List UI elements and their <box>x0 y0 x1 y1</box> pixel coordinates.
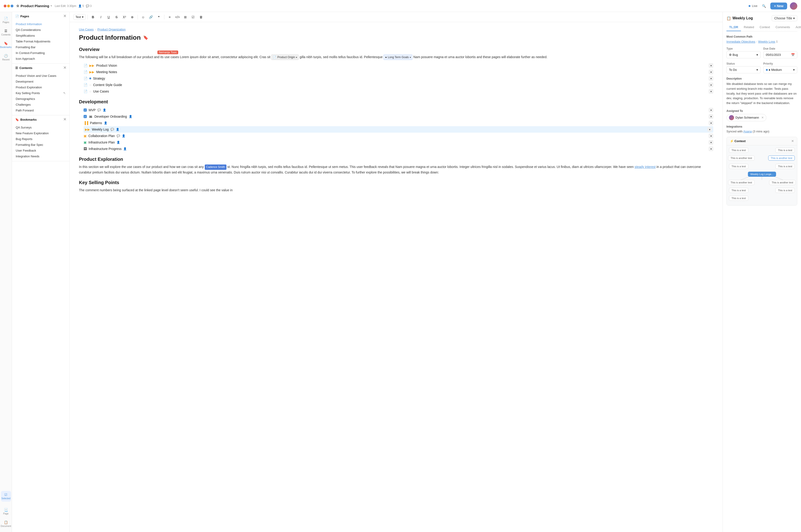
tab-activity[interactable]: Activity <box>793 23 801 31</box>
text-style-dropdown[interactable]: Text ▾ <box>73 14 86 20</box>
logo-dot-blue <box>11 5 13 7</box>
pages-panel-icon: 📄 <box>15 15 19 18</box>
ctx-node-weekly-log[interactable]: Weekly Log Longe... <box>748 172 776 177</box>
sidebar-item-document[interactable]: 📋 Document <box>1 519 11 529</box>
asana-link[interactable]: Asana <box>743 130 752 133</box>
search-button[interactable]: 🔍 <box>760 2 767 10</box>
mvp-checkbox[interactable]: ✓ <box>83 109 87 112</box>
new-button[interactable]: + New <box>770 2 787 10</box>
tab-context[interactable]: Context <box>757 23 773 31</box>
right-panel-body: Most Common Path Immediate Objectives › … <box>723 31 801 532</box>
expand-use-cases[interactable]: ▾ <box>709 89 713 94</box>
sidebar-item-recent[interactable]: 🕐 Recent <box>1 52 11 63</box>
expand-infra-progress[interactable]: ▾ <box>709 147 713 151</box>
emoji-button[interactable]: ☺ <box>139 14 147 21</box>
assigned-remove[interactable]: ✕ <box>761 116 764 119</box>
contents-panel-close[interactable]: ✕ <box>63 66 66 70</box>
contents-item-development[interactable]: Development <box>12 79 70 84</box>
status-select[interactable]: To Do ▾ <box>726 66 761 73</box>
code-button[interactable]: </> <box>174 14 181 21</box>
sidebar-item-selected[interactable]: ☑ Selected <box>1 491 11 501</box>
pages-item-table[interactable]: Table Format Adjustments <box>12 39 70 44</box>
bold-button[interactable]: B <box>90 14 96 21</box>
contents-item-product-vision[interactable]: Product Vision and Use Cases <box>12 73 70 79</box>
expand-dev-onboarding[interactable]: ▾ <box>709 114 713 119</box>
breadcrumb-product-org[interactable]: Product Organization <box>97 28 126 31</box>
contents-item-path-forward[interactable]: Path Forward <box>12 108 70 113</box>
list-button[interactable]: ≡ <box>166 14 173 21</box>
italic-button[interactable]: I <box>97 14 104 21</box>
dev-onboarding-checkbox[interactable]: ✓ <box>83 115 87 118</box>
avatar-icon5: 👤 <box>122 134 125 137</box>
quote-button[interactable]: ❝ <box>155 14 162 21</box>
contents-item-challenges[interactable]: Challenges <box>12 102 70 108</box>
bookmark-item-qa-surveys[interactable]: QA Surveys <box>12 125 70 130</box>
link-button[interactable]: 🔗 <box>148 14 154 21</box>
expand-weekly-log[interactable]: ▾ <box>707 127 712 132</box>
expand-meeting-notes[interactable]: ▾ <box>709 70 713 74</box>
pages-item-icon[interactable]: Icon Approach <box>12 56 70 62</box>
product-origin-chip[interactable]: 📄 Product Origin ▾ <box>271 54 299 60</box>
bookmarks-panel-close[interactable]: ✕ <box>63 118 66 121</box>
context-close[interactable]: ✕ <box>791 139 794 143</box>
avatar-icon6: 👤 <box>116 141 120 144</box>
long-term-goals-chip[interactable]: ● Long Term Goals ▾ <box>384 54 412 60</box>
key-selling-body: The comment numbers being surfaced at th… <box>79 188 713 193</box>
expand-product-vision[interactable]: ▾ <box>709 63 713 68</box>
expand-mvp[interactable]: ▾ <box>709 108 713 112</box>
expand-collab-plan[interactable]: ▾ <box>709 134 713 138</box>
tab-related[interactable]: Related <box>741 23 757 31</box>
expand-content-style[interactable]: ▾ <box>709 82 713 87</box>
special-char-button[interactable]: ⊕ <box>129 14 136 21</box>
due-date-select[interactable]: 05/01/2023 📅 <box>763 51 798 58</box>
bullet-weekly-log: ▶▶ Weekly Log 💬 👤 ▾ <box>83 126 713 133</box>
weekly-log-title: 📋 Weekly Log Choose Title ▾ <box>726 15 797 21</box>
page-icon: 📃 <box>4 508 8 512</box>
bookmark-icon[interactable]: 🔖 <box>143 35 148 40</box>
bookmark-item-integration[interactable]: Integration Needs <box>12 153 70 159</box>
priority-select[interactable]: ● Medium ▾ <box>763 66 798 73</box>
choose-title-button[interactable]: Choose Title ▾ <box>772 15 797 21</box>
right-panel-tabs: TL;DR Related Context Comments Activity <box>726 23 797 31</box>
bookmark-item-formatting-spec[interactable]: Formatting Bar Spec <box>12 142 70 148</box>
type-select[interactable]: ⚙ Bug ▾ <box>726 51 761 58</box>
page-title: Product Information 🔖 <box>79 34 713 41</box>
delete-button[interactable]: 🗑 <box>198 14 205 21</box>
bookmark-item-new-feature[interactable]: New Feature Exploration <box>12 130 70 136</box>
sidebar-item-bookmarks[interactable]: 🔖 Bookmarks <box>1 40 11 50</box>
bookmark-item-user-feedback[interactable]: User Feedback <box>12 148 70 153</box>
info-icon: ℹ <box>776 40 778 43</box>
path-weekly-logs[interactable]: Weekly Logs <box>758 40 775 43</box>
sidebar-item-pages[interactable]: 📄 Pages <box>1 15 11 25</box>
path-immediate-objectives[interactable]: Immediate Objectives <box>726 40 755 43</box>
superscript-button[interactable]: X² <box>121 14 128 21</box>
steady-interest-link[interactable]: steady interest <box>635 165 656 169</box>
expand-strategy[interactable]: ▾ <box>709 76 713 81</box>
strikethrough-button[interactable]: S <box>113 14 120 21</box>
table-button[interactable]: ⊞ <box>182 14 189 21</box>
dropdown-arrow: ▾ <box>82 15 83 19</box>
expand-patterns[interactable]: ▾ <box>709 121 713 125</box>
content-area: Text ▾ B I U S X² ⊕ ☺ 🔗 ❝ ≡ </> ⊞ ☑ 🗑 Us <box>70 12 723 532</box>
pages-item-simplifications[interactable]: Simplifications <box>12 33 70 39</box>
bookmark-item-bug-reports[interactable]: Bug Reports <box>12 136 70 142</box>
assigned-avatar <box>729 115 734 120</box>
tab-tldr[interactable]: TL;DR <box>726 23 741 31</box>
breadcrumb-use-cases[interactable]: Use Cases <box>79 28 94 31</box>
user-avatar[interactable] <box>790 2 797 10</box>
underline-button[interactable]: U <box>105 14 112 21</box>
ctx-node-5: This is a test <box>729 164 748 169</box>
pages-item-product-information[interactable]: Product Information <box>12 21 70 27</box>
sidebar-item-contents[interactable]: ☰ Contents <box>1 27 11 38</box>
expand-infra-plan[interactable]: ▾ <box>709 140 713 145</box>
pages-panel-close[interactable]: ✕ <box>63 14 66 18</box>
pages-item-formatting[interactable]: Formatting Bar <box>12 44 70 50</box>
contents-item-key-selling[interactable]: Key Selling Points ↖ <box>12 90 70 96</box>
checkbox-button[interactable]: ☑ <box>190 14 197 21</box>
contents-item-exploration[interactable]: Product Exploration <box>12 84 70 90</box>
pages-item-context-formatting[interactable]: In Context-Formatting <box>12 50 70 56</box>
contents-item-demographics[interactable]: Demographics <box>12 96 70 102</box>
tab-comments[interactable]: Comments <box>773 23 793 31</box>
sidebar-item-page[interactable]: 📃 Page <box>1 506 11 517</box>
pages-item-qa[interactable]: QA Considerations <box>12 27 70 33</box>
